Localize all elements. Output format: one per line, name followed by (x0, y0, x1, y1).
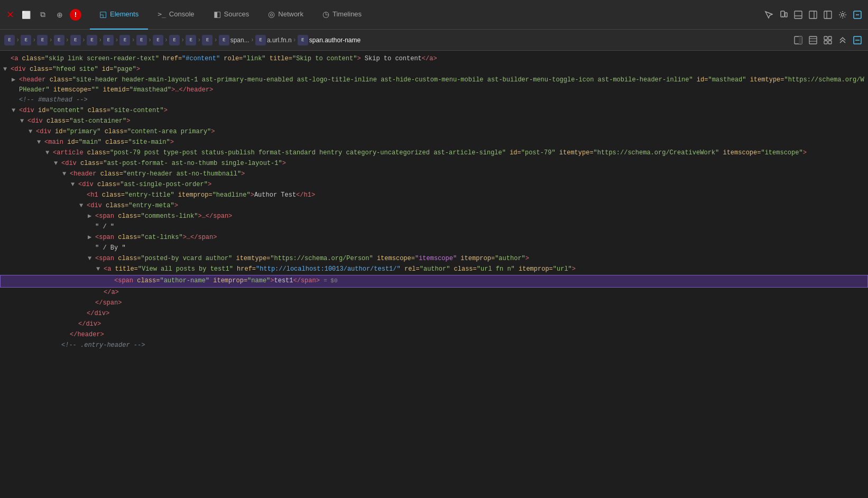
svg-rect-7 (824, 11, 832, 19)
code-line[interactable]: " / By " (0, 243, 868, 254)
code-line[interactable]: ▼<header class="entry-header ast-no-thum… (0, 169, 868, 180)
target-icon[interactable]: ⊕ (53, 8, 67, 22)
bc-chevron-0: › (16, 36, 20, 44)
tab-bar-right-tools (762, 8, 864, 21)
settings-icon[interactable] (836, 8, 849, 21)
line-indent (4, 275, 105, 285)
code-line[interactable]: </span> (0, 298, 868, 309)
code-line[interactable]: ▼<a title="View all posts by test1" href… (0, 264, 868, 275)
tab-network[interactable]: ◎ Network (258, 0, 313, 30)
network-tab-icon: ◎ (268, 10, 275, 19)
breadcrumb-item-author[interactable]: E span.author-name (298, 35, 361, 45)
bc-e-box-0: E (4, 35, 15, 45)
code-line[interactable]: <!-- .entry-header --> (0, 340, 868, 351)
bc-e-box-6: E (103, 35, 114, 45)
breadcrumb-item-0[interactable]: E (4, 35, 15, 45)
line-content: <div class="ast-post-format- ast-no-thum… (61, 159, 286, 169)
code-line[interactable]: </div> (0, 309, 868, 319)
code-line[interactable]: <span class="author-name" itemprop="name… (0, 275, 868, 287)
line-indent (3, 116, 20, 126)
code-line[interactable]: ▼<div class="entry-meta"> (0, 201, 868, 211)
breadcrumb-item-4[interactable]: E (70, 35, 81, 45)
code-line[interactable]: </header> (0, 330, 868, 340)
code-line[interactable]: </a> (0, 288, 868, 298)
bc-e-box-a: E (255, 35, 266, 45)
bc-e-box-1: E (21, 35, 31, 45)
line-content: " / By " (95, 243, 126, 253)
breadcrumb-tool-1[interactable] (792, 34, 805, 47)
code-line[interactable]: ▶<span class="comments-link">…</span> (0, 211, 868, 222)
breadcrumb-item-6[interactable]: E (103, 35, 114, 45)
breadcrumb-item-span[interactable]: E span... (219, 35, 250, 45)
expand-arrow: ▼ (12, 106, 19, 116)
breadcrumb-tool-active[interactable] (851, 34, 864, 47)
tab-console[interactable]: >_ Console (148, 0, 204, 30)
breadcrumb-tool-4[interactable] (836, 34, 849, 47)
code-line[interactable]: ▼<article class="post-79 post type-post … (0, 148, 868, 159)
line-content: <div id="content" class="site-content"> (19, 106, 168, 116)
code-line[interactable]: </div> (0, 319, 868, 330)
dock-left-icon[interactable] (821, 8, 834, 21)
breadcrumb-item-7[interactable]: E (119, 35, 130, 45)
svg-rect-1 (785, 13, 787, 17)
breadcrumb-item-1[interactable]: E (21, 35, 31, 45)
code-line[interactable]: " / " (0, 222, 868, 233)
line-indent (3, 243, 88, 253)
code-line[interactable]: ▼<div id="primary" class="content-area p… (0, 127, 868, 137)
code-line[interactable]: ▼<main id="main" class="site-main"> (0, 137, 868, 148)
active-tool-icon[interactable] (851, 8, 864, 21)
breadcrumb-item-2[interactable]: E (37, 35, 48, 45)
svg-rect-3 (795, 11, 802, 19)
code-line[interactable]: <!-- #masthead --> (0, 95, 868, 106)
bc-e-box-10: E (169, 35, 180, 45)
elements-panel: <a class="skip link screen-reader-text" … (0, 51, 868, 498)
code-line[interactable] (0, 351, 868, 362)
expand-arrow: ▶ (88, 211, 95, 222)
tab-elements[interactable]: ◱ Elements (90, 0, 148, 30)
breadcrumb-item-12[interactable]: E (202, 35, 213, 45)
svg-rect-13 (799, 36, 802, 44)
dock-bottom-icon[interactable] (792, 8, 805, 21)
code-line[interactable]: ▼<div class="hfeed site" id="page"> (0, 64, 868, 75)
expand-arrow: ▼ (45, 148, 53, 158)
breadcrumb-item-9[interactable]: E (153, 35, 163, 45)
breadcrumb-item-3[interactable]: E (54, 35, 64, 45)
bc-e-box-11: E (186, 35, 196, 45)
elements-tab-icon: ◱ (99, 10, 107, 19)
error-badge: ! (70, 9, 81, 21)
tab-sources[interactable]: ◧ Sources (204, 0, 259, 30)
code-line[interactable]: ▶<span class="cat-links">…</span> (0, 233, 868, 243)
breadcrumb-item-10[interactable]: E (169, 35, 180, 45)
code-line[interactable]: ▼<span class="posted-by vcard author" it… (0, 254, 868, 264)
line-content: </div> (87, 309, 109, 319)
tab-timelines[interactable]: ◷ Timelines (313, 0, 371, 30)
dock-right-icon[interactable] (807, 8, 819, 21)
code-line[interactable]: ▶<header class="site-header header-main-… (0, 75, 868, 95)
line-content: <div id="primary" class="content-area pr… (36, 127, 215, 137)
bc-chevron-10: › (181, 36, 184, 44)
window-icon[interactable]: ⧉ (36, 8, 50, 22)
code-line[interactable]: ▼<div class="ast-single-post-order"> (0, 180, 868, 190)
close-button[interactable]: ✕ (4, 9, 16, 21)
line-content: " / " (95, 222, 114, 232)
breadcrumb-item-11[interactable]: E (186, 35, 196, 45)
code-line[interactable]: ▼<div id="content" class="site-content"> (0, 106, 868, 116)
inspect-tool-icon[interactable] (762, 8, 775, 21)
breadcrumb-tool-3[interactable] (821, 34, 834, 47)
breadcrumb-item-8[interactable]: E (136, 35, 147, 45)
code-line[interactable]: ▼<div class="ast-post-format- ast-no-thu… (0, 159, 868, 169)
layout-icon[interactable]: ⬜ (19, 8, 33, 22)
code-line[interactable]: ▼<div class="ast-container"> (0, 116, 868, 127)
bc-e-box-2: E (37, 35, 48, 45)
line-content: <div class="hfeed site" id="page"> (11, 64, 140, 75)
network-tab-label: Network (278, 10, 303, 18)
device-mode-icon[interactable] (777, 8, 790, 21)
breadcrumb-item-a[interactable]: E a.url.fn.n (255, 35, 292, 45)
breadcrumb-tool-2[interactable] (807, 34, 819, 47)
breadcrumb-item-5[interactable]: E (87, 35, 97, 45)
expand-arrow: ▼ (37, 137, 44, 147)
bc-e-box-12: E (202, 35, 213, 45)
code-line[interactable]: <h1 class="entry-title" itemprop="headli… (0, 190, 868, 201)
breadcrumb-tools (792, 34, 864, 47)
code-line[interactable]: <a class="skip link screen-reader-text" … (0, 54, 868, 64)
